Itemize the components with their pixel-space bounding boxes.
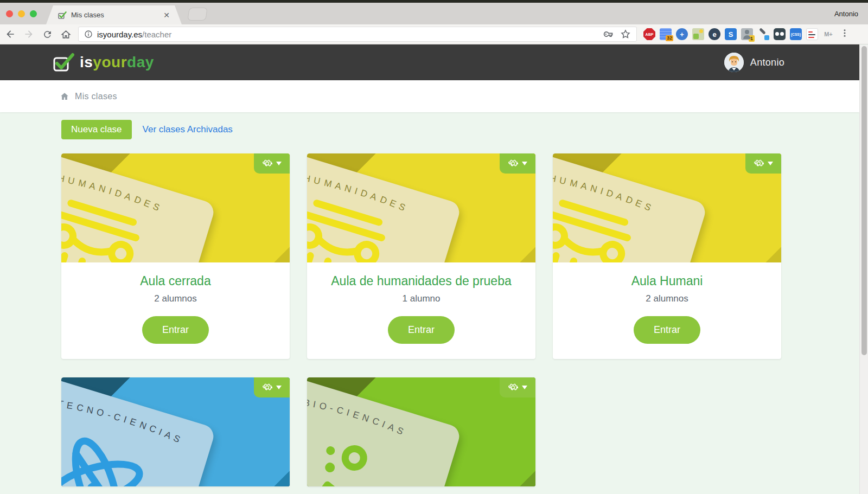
profile-extension-badge: 1 xyxy=(749,35,755,42)
browser-tabstrip: Mis clases ✕ Antonio xyxy=(0,3,868,24)
address-bar[interactable]: isyourday.es/teacher xyxy=(78,27,637,42)
class-card-body: Aula Humani 2 alumnos Entrar xyxy=(553,262,781,359)
class-card-cover: HUMANIDADES xyxy=(307,153,535,262)
class-student-count: 2 alumnos xyxy=(566,293,768,304)
home-icon[interactable] xyxy=(60,92,69,101)
class-student-count: 2 alumnos xyxy=(74,293,277,304)
class-title: Aula de humanidades de prueba xyxy=(320,273,522,290)
close-window-button[interactable] xyxy=(6,10,13,17)
reload-button[interactable] xyxy=(39,27,55,42)
gear-icon xyxy=(508,382,518,393)
eyedropper-extension-icon[interactable] xyxy=(757,28,769,40)
class-student-count: 1 alumno xyxy=(320,293,522,304)
puzzle-extension-icon[interactable] xyxy=(692,28,704,40)
extensions-row: ABP 32 + e S 1 {CSS} M+ xyxy=(643,28,834,40)
tab-title: Mis clases xyxy=(71,11,163,19)
class-card[interactable]: HUMANIDADES xyxy=(307,153,535,359)
avatar xyxy=(724,53,744,72)
css-extension-icon[interactable]: {CSS} xyxy=(790,28,802,40)
class-card-cover: HUMANIDADES xyxy=(553,153,781,262)
screenshot-root: Mis clases ✕ Antonio isyourday.es/teache… xyxy=(0,0,868,494)
logo-text: isyourday xyxy=(80,54,154,71)
s-extension-icon[interactable]: S xyxy=(725,28,737,40)
favicon-checkbox-icon xyxy=(58,11,67,20)
breadcrumb-current: Mis clases xyxy=(75,92,117,101)
class-card-cover: HUMANIDADES xyxy=(61,153,290,262)
new-class-button[interactable]: Nueva clase xyxy=(61,120,132,139)
adblock-plus-icon[interactable]: ABP xyxy=(643,28,655,40)
cards-row-2: TECNO-CIENCIAS xyxy=(61,377,859,486)
chevron-down-icon xyxy=(522,386,527,389)
new-tab-button[interactable] xyxy=(187,8,207,21)
archived-classes-link[interactable]: Ver clases Archivadas xyxy=(143,124,233,135)
profile-extension-icon[interactable]: 1 xyxy=(741,28,753,40)
site-header: isyourday Antonio xyxy=(0,44,859,80)
gear-icon xyxy=(508,158,518,169)
page-info-icon[interactable] xyxy=(84,30,93,39)
chevron-down-icon xyxy=(276,162,282,165)
home-button[interactable] xyxy=(58,27,74,42)
isyourday-logo[interactable]: isyourday xyxy=(53,53,154,72)
e-extension-icon[interactable]: e xyxy=(709,28,720,40)
class-settings-button[interactable] xyxy=(254,153,290,174)
class-settings-button[interactable] xyxy=(745,153,781,174)
class-card-body: Aula de humanidades de prueba 1 alumno E… xyxy=(307,262,535,359)
class-settings-button[interactable] xyxy=(500,377,535,397)
class-card-cover: BIO-CIENCIAS xyxy=(307,377,535,486)
class-card-cover: TECNO-CIENCIAS xyxy=(61,377,290,486)
chevron-down-icon xyxy=(522,162,527,165)
chevron-down-icon xyxy=(276,386,282,389)
class-card[interactable]: BIO-CIENCIAS xyxy=(307,377,535,486)
class-card[interactable]: TECNO-CIENCIAS xyxy=(61,377,290,486)
user-menu[interactable]: Antonio xyxy=(724,53,784,72)
blue-circle-extension-icon[interactable]: + xyxy=(676,28,688,40)
forward-button[interactable] xyxy=(21,27,37,42)
m-plus-extension-icon[interactable]: M+ xyxy=(822,28,834,40)
gear-icon xyxy=(262,382,272,393)
cards-row-1: HUMANIDADES xyxy=(61,153,859,359)
browser-tab[interactable]: Mis clases ✕ xyxy=(46,5,182,24)
class-title: Aula cerrada xyxy=(74,273,277,290)
url-host: isyourday.es xyxy=(97,30,142,39)
checkbox-logo-icon xyxy=(53,53,74,72)
bookmark-star-icon[interactable] xyxy=(620,29,631,40)
browser-toolbar: isyourday.es/teacher ABP 32 + e S 1 {CSS… xyxy=(0,24,868,44)
chrome-profile-name[interactable]: Antonio xyxy=(834,3,858,24)
tab-counter-icon[interactable]: 32 xyxy=(660,28,672,40)
gear-icon xyxy=(262,158,272,169)
page-content: isyourday Antonio xyxy=(0,44,859,494)
class-settings-button[interactable] xyxy=(500,153,535,174)
user-name: Antonio xyxy=(750,57,784,68)
class-settings-button[interactable] xyxy=(254,377,290,397)
actions-bar: Nueva clase Ver clases Archivadas xyxy=(61,120,859,139)
class-card[interactable]: HUMANIDADES xyxy=(553,153,781,359)
page-scrollbar[interactable] xyxy=(859,45,868,494)
minimize-window-button[interactable] xyxy=(18,10,25,17)
gear-icon xyxy=(754,158,764,169)
back-button[interactable] xyxy=(2,27,18,42)
zoom-window-button[interactable] xyxy=(30,10,37,17)
window-controls xyxy=(6,10,37,17)
enter-class-button[interactable]: Entrar xyxy=(142,316,209,344)
mask-extension-icon[interactable] xyxy=(774,28,786,40)
scrollbar-thumb[interactable] xyxy=(861,46,867,355)
enter-class-button[interactable]: Entrar xyxy=(634,316,700,344)
list-extension-icon[interactable] xyxy=(806,28,818,40)
enter-class-button[interactable]: Entrar xyxy=(388,316,455,344)
browser-menu-icon[interactable] xyxy=(840,28,850,40)
tab-counter-badge: 32 xyxy=(666,35,673,41)
class-card[interactable]: HUMANIDADES xyxy=(61,153,290,359)
chevron-down-icon xyxy=(768,162,773,165)
class-title: Aula Humani xyxy=(566,273,768,290)
saved-password-key-icon[interactable] xyxy=(603,29,614,40)
url-path: /teacher xyxy=(142,30,171,39)
breadcrumb: Mis clases xyxy=(0,80,859,112)
tab-close-icon[interactable]: ✕ xyxy=(163,11,170,19)
class-card-body: Aula cerrada 2 alumnos Entrar xyxy=(61,262,290,359)
main-area: Nueva clase Ver clases Archivadas HUMANI… xyxy=(0,112,859,486)
